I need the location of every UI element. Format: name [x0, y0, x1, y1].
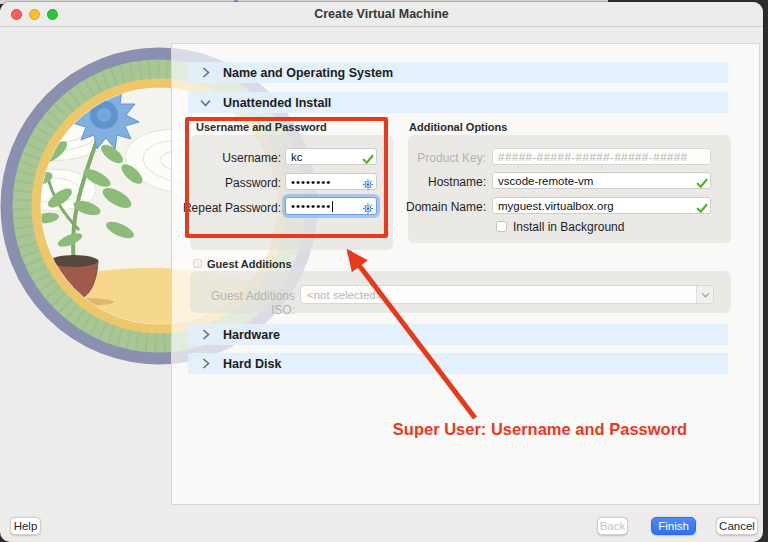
- guest-iso-value: <not selected>: [301, 289, 696, 301]
- product-key-label: Product Key:: [405, 151, 486, 165]
- section-hardware[interactable]: Hardware: [188, 324, 728, 345]
- text-caret: [332, 201, 333, 212]
- cancel-button[interactable]: Cancel: [716, 517, 758, 535]
- window-title: Create Virtual Machine: [0, 7, 763, 21]
- check-icon: [696, 200, 708, 212]
- check-icon: [362, 151, 374, 163]
- guest-group-title: Guest Additions: [207, 258, 292, 270]
- chevron-right-icon: [200, 329, 211, 340]
- chevron-right-icon: [200, 67, 211, 78]
- section-label: Hard Disk: [223, 357, 281, 371]
- repeat-password-label: Repeat Password:: [175, 201, 281, 215]
- product-key-field-wrap: [492, 148, 711, 165]
- finish-button[interactable]: Finish: [651, 517, 696, 535]
- install-background-checkbox[interactable]: [496, 221, 507, 232]
- hostname-field-wrap: [492, 172, 711, 189]
- hostname-label: Hostname:: [405, 175, 486, 189]
- user-group-title: Username and Password: [196, 121, 327, 133]
- section-name-os[interactable]: Name and Operating System: [188, 62, 728, 83]
- check-icon: [696, 175, 708, 187]
- section-label: Hardware: [223, 328, 280, 342]
- combo-chevron-icon: [696, 286, 713, 303]
- section-unattended[interactable]: Unattended Install: [188, 92, 728, 113]
- chevron-right-icon: [200, 358, 211, 369]
- chevron-down-icon: [200, 97, 211, 108]
- options-group-title: Additional Options: [409, 121, 507, 133]
- domain-input[interactable]: [492, 197, 711, 214]
- install-background-label: Install in Background: [513, 220, 624, 234]
- section-label: Unattended Install: [223, 96, 331, 110]
- help-button[interactable]: Help: [10, 517, 41, 535]
- annotation-caption: Super User: Username and Password: [370, 420, 710, 439]
- section-hard-disk[interactable]: Hard Disk: [188, 353, 728, 374]
- guest-iso-label: Guest Additions ISO:: [189, 289, 295, 317]
- section-label: Name and Operating System: [223, 66, 393, 80]
- username-field-wrap: [285, 148, 377, 165]
- guest-iso-combo: <not selected>: [300, 285, 714, 304]
- domain-name-label: Domain Name:: [405, 200, 486, 214]
- password-label: Password:: [175, 176, 281, 190]
- domain-field-wrap: [492, 197, 711, 214]
- eye-icon[interactable]: [362, 200, 374, 212]
- hostname-input[interactable]: [492, 172, 711, 189]
- product-key-input: [492, 148, 711, 165]
- eye-icon[interactable]: [362, 176, 374, 188]
- username-label: Username:: [175, 151, 281, 165]
- back-button: Back: [597, 517, 628, 535]
- guest-additions-checkbox[interactable]: [193, 259, 202, 268]
- repeat-password-field-wrap: ••••••••: [285, 197, 377, 215]
- title-bar: Create Virtual Machine: [0, 2, 763, 27]
- password-field-wrap: ••••••••: [285, 173, 377, 190]
- create-vm-dialog: Create Virtual Machine: [0, 2, 763, 542]
